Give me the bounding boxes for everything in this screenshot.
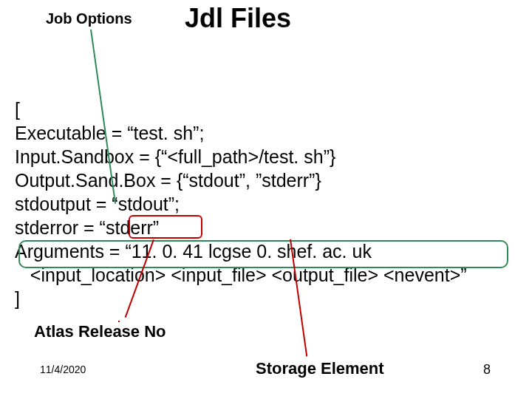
code-line: Output.Sand.Box = {“stdout”, ”stderr”} (15, 170, 321, 191)
footer-date: 11/4/2020 (40, 364, 86, 375)
code-line: Input.Sandbox = {“<full_path>/test. sh”} (15, 146, 335, 167)
code-line: [ (15, 99, 20, 120)
annotation-box-args (18, 240, 508, 268)
storage-element-label: Storage Element (256, 359, 384, 378)
code-line: ] (15, 288, 20, 309)
code-line: Executable = “test. sh”; (15, 123, 204, 143)
job-options-label: Job Options (46, 10, 132, 27)
atlas-release-label: Atlas Release No (34, 322, 166, 341)
jdl-code-block: [ Executable = “test. sh”; Input.Sandbox… (15, 74, 467, 310)
annotation-box-version (129, 215, 202, 239)
code-line: stdoutput = “stdout”; (15, 194, 180, 214)
page-number: 8 (483, 362, 491, 378)
page-title: Jdl Files (185, 3, 291, 34)
